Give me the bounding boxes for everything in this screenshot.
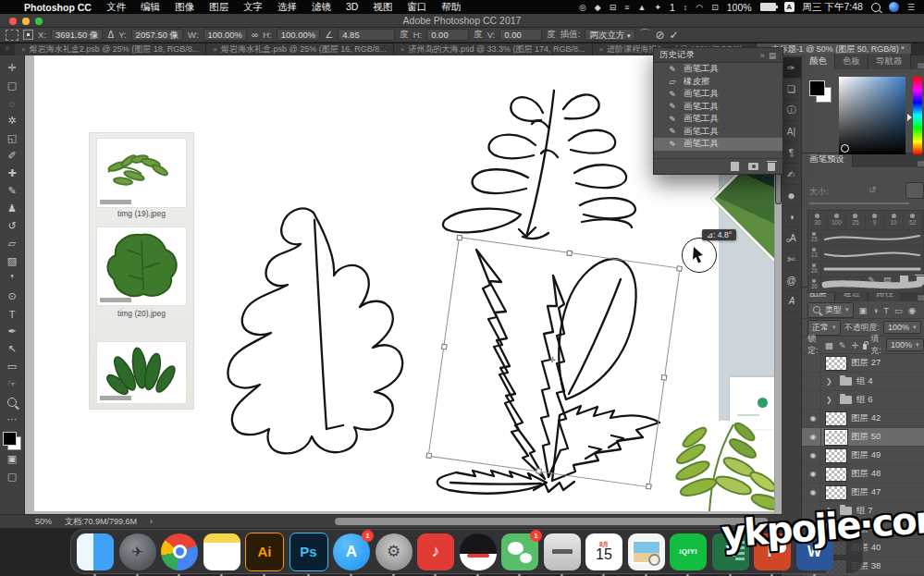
layer-thumbnail[interactable] [826,412,846,425]
v-skew-input[interactable]: 0.00 [499,29,542,41]
new-brush-icon[interactable] [900,276,908,285]
hand-tool[interactable]: ☞ [3,375,22,393]
layer-thumbnail[interactable] [826,449,846,462]
color-saturation-box[interactable] [839,77,906,154]
layer-thumbnail[interactable] [826,486,846,499]
pen-tool[interactable]: ✒ [3,323,22,340]
spotlight-icon[interactable] [871,3,881,12]
layer-visibility-toggle[interactable]: ◉ [806,410,821,427]
layer-visibility-toggle[interactable]: ◉ [806,428,821,446]
screen-record-icon[interactable]: ◎ [579,3,586,12]
dock-icon-launchpad[interactable]: ✈ [119,533,156,570]
filter-adjustment-icon[interactable]: ◑ [873,305,879,315]
panel-menu-icon[interactable]: ▤ [918,159,924,167]
character-panel-icon[interactable]: A| [782,121,801,142]
toolbar-color-swatches[interactable] [3,432,21,450]
layer-visibility-toggle[interactable]: ◉ [806,465,821,483]
open-preset-icon[interactable]: ▤ [883,276,892,285]
layer-filter-select[interactable]: 类型▾ [807,302,854,318]
dock-icon-qq[interactable] [460,533,497,570]
document-tab-3[interactable]: ×济州岛的大海.psd @ 33.3% (图层 174, RGB/8... [394,43,593,55]
x-input[interactable]: 3691.50 像 [51,29,103,41]
menubar-clock[interactable]: 周三 下午7:48 [803,1,863,14]
dock-icon-finder[interactable] [77,533,114,570]
type-tool[interactable]: T [3,305,22,323]
devices-icon[interactable]: ⊟ [610,3,617,12]
quick-selection-tool[interactable]: ✲ [3,112,22,129]
color-picker-marker[interactable] [841,144,849,153]
history-state-row[interactable]: ✎画笔工具 [654,113,782,126]
crop-tool[interactable]: ◱ [3,129,22,147]
menubar-item-文字[interactable]: 文字 [243,1,263,12]
adjustments-panel-icon[interactable]: ◑ [782,206,801,227]
dock-icon-photoshop[interactable]: Ps [290,533,328,571]
filter-shape-icon[interactable]: ▭ [894,305,903,315]
dock-icon-app-store[interactable]: A1 [333,533,370,570]
lock-all-icon[interactable] [863,344,867,349]
dock-icon-system-preferences[interactable]: ⚙ [376,533,413,570]
close-tab-icon[interactable]: × [599,45,604,54]
blur-tool[interactable]: ❜ [3,270,22,288]
history-state-row[interactable]: ▱橡皮擦 [654,76,782,89]
menubar-item-帮助[interactable]: 帮助 [441,1,461,12]
horizontal-scrollbar[interactable] [335,518,768,525]
history-state-row[interactable]: ✎画笔工具 [654,63,782,76]
dock-icon-printer[interactable] [544,533,581,570]
tab-色板[interactable]: 色板 [835,54,869,69]
new-snapshot-icon[interactable] [748,163,758,170]
layer-visibility-toggle[interactable] [806,354,821,372]
filter-smartobject-icon[interactable]: ◉ [908,305,916,315]
path-selection-tool[interactable]: ↖ [3,340,22,358]
zoom-level[interactable]: 50% [35,517,52,526]
screen-mode-button[interactable]: ▢ [3,468,22,485]
notification-icon[interactable]: ◆ [595,3,601,12]
delete-brush-icon[interactable] [917,276,924,285]
styles-panel-icon[interactable]: 𝐴 [782,291,801,313]
brush-settings-panel-icon[interactable]: ✑ [782,57,801,79]
panel-menu-icon[interactable]: ▤ [769,51,777,60]
new-document-from-state-icon[interactable] [731,162,739,171]
menubar-item-视图[interactable]: 视图 [373,1,392,12]
brush-preset-cell[interactable]: 25 [846,211,866,229]
info-panel-icon[interactable]: ⓘ [782,100,801,121]
dodge-tool[interactable]: ⊙ [3,288,22,305]
layer-thumbnail[interactable] [826,357,846,370]
layer-thumbnail[interactable] [826,468,846,481]
brush-panel-toggle-button[interactable] [906,182,924,199]
healing-brush-tool[interactable]: ✚ [3,165,22,182]
foreground-background-swatches[interactable] [809,80,832,103]
menubar-item-3D[interactable]: 3D [346,1,358,12]
lock-position-icon[interactable]: ✛ [852,340,859,350]
move-tool[interactable]: ✛ [3,59,22,77]
layer-row[interactable]: ◉图层 42 [802,410,924,428]
layer-thumbnail[interactable] [826,431,846,444]
eraser-tool[interactable]: ▱ [3,235,22,252]
edit-toolbar[interactable]: ⋯ [3,411,22,428]
menubar-item-窗口[interactable]: 窗口 [407,1,426,12]
layer-visibility-toggle[interactable]: ◉ [806,484,821,501]
glyphs-panel-icon[interactable]: ₒA [782,227,801,249]
menubar-item-文件[interactable]: 文件 [106,1,126,12]
fill-select[interactable]: 100%▾ [886,338,924,351]
cancel-transform-button[interactable]: ⊘ [656,29,665,42]
shape-tool[interactable]: ▭ [3,358,22,375]
layer-visibility-toggle[interactable]: ◉ [806,447,821,464]
opacity-select[interactable]: 100%▾ [883,321,921,334]
libraries-panel-icon[interactable]: ☻ [782,185,801,206]
dock-icon-chrome[interactable] [161,533,198,570]
creative-cloud-panel-icon[interactable]: @ [782,270,801,291]
input-source-icon[interactable]: A [784,2,795,12]
sync-icon[interactable]: ↕ [684,3,688,12]
transform-bounding-box[interactable]: ✛ [428,237,681,487]
filter-pixel-icon[interactable]: ▣ [859,305,868,315]
transform-handle[interactable] [536,468,542,474]
filter-type-icon[interactable]: T [883,305,889,315]
hue-slider-arrow[interactable] [907,114,912,121]
panel-menu-icon[interactable]: ▤ [918,61,924,69]
dock-icon-notes[interactable] [203,533,240,570]
brush-tool[interactable]: ✎ [3,182,22,200]
lasso-tool[interactable]: ◌ [3,94,22,112]
notification-center-icon[interactable]: ☰ [907,3,915,12]
history-state-row[interactable]: ✎画笔工具 [654,138,782,151]
dock-icon-iqiyi[interactable]: iQIYI [670,533,707,570]
